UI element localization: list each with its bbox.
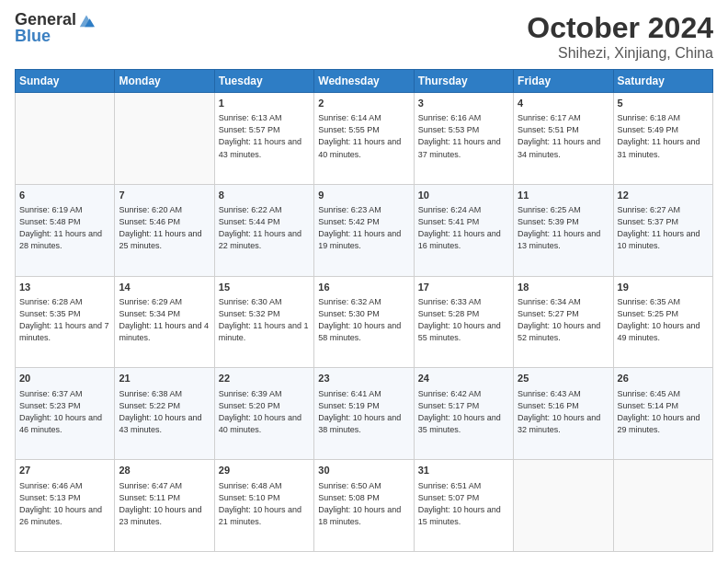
day-info: Sunrise: 6:32 AM Sunset: 5:30 PM Dayligh… xyxy=(318,296,409,344)
calendar-cell: 24Sunrise: 6:42 AM Sunset: 5:17 PM Dayli… xyxy=(414,368,513,460)
calendar-week-row: 20Sunrise: 6:37 AM Sunset: 5:23 PM Dayli… xyxy=(16,368,713,460)
day-info: Sunrise: 6:27 AM Sunset: 5:37 PM Dayligh… xyxy=(618,204,709,252)
calendar-cell: 17Sunrise: 6:33 AM Sunset: 5:28 PM Dayli… xyxy=(414,276,513,368)
calendar-cell: 29Sunrise: 6:48 AM Sunset: 5:10 PM Dayli… xyxy=(214,460,313,552)
calendar-cell: 3Sunrise: 6:16 AM Sunset: 5:53 PM Daylig… xyxy=(414,93,513,185)
day-number: 12 xyxy=(618,189,709,202)
day-info: Sunrise: 6:43 AM Sunset: 5:16 PM Dayligh… xyxy=(518,388,609,436)
day-number: 18 xyxy=(518,281,609,294)
day-info: Sunrise: 6:47 AM Sunset: 5:11 PM Dayligh… xyxy=(119,480,210,528)
day-info: Sunrise: 6:23 AM Sunset: 5:42 PM Dayligh… xyxy=(318,204,409,252)
subtitle: Shihezi, Xinjiang, China xyxy=(527,45,713,62)
calendar-cell: 4Sunrise: 6:17 AM Sunset: 5:51 PM Daylig… xyxy=(514,93,613,185)
day-number: 27 xyxy=(19,464,110,477)
day-info: Sunrise: 6:29 AM Sunset: 5:34 PM Dayligh… xyxy=(119,296,210,344)
title-section: October 2024 Shihezi, Xinjiang, China xyxy=(527,11,713,62)
calendar-header-monday: Monday xyxy=(115,70,214,93)
day-info: Sunrise: 6:33 AM Sunset: 5:28 PM Dayligh… xyxy=(418,296,509,344)
day-number: 2 xyxy=(318,97,409,110)
day-number: 1 xyxy=(219,97,310,110)
calendar-header-tuesday: Tuesday xyxy=(214,70,313,93)
calendar-cell: 25Sunrise: 6:43 AM Sunset: 5:16 PM Dayli… xyxy=(514,368,613,460)
calendar-cell: 18Sunrise: 6:34 AM Sunset: 5:27 PM Dayli… xyxy=(514,276,613,368)
day-number: 14 xyxy=(119,281,210,294)
day-number: 25 xyxy=(518,372,609,385)
calendar-cell: 20Sunrise: 6:37 AM Sunset: 5:23 PM Dayli… xyxy=(16,368,115,460)
day-info: Sunrise: 6:18 AM Sunset: 5:49 PM Dayligh… xyxy=(618,112,709,160)
calendar-cell: 11Sunrise: 6:25 AM Sunset: 5:39 PM Dayli… xyxy=(514,184,613,276)
day-number: 22 xyxy=(219,372,310,385)
calendar-cell: 10Sunrise: 6:24 AM Sunset: 5:41 PM Dayli… xyxy=(414,184,513,276)
day-info: Sunrise: 6:19 AM Sunset: 5:48 PM Dayligh… xyxy=(19,204,110,252)
day-number: 10 xyxy=(418,189,509,202)
day-info: Sunrise: 6:14 AM Sunset: 5:55 PM Dayligh… xyxy=(318,112,409,160)
day-number: 17 xyxy=(418,281,509,294)
day-number: 15 xyxy=(219,281,310,294)
day-info: Sunrise: 6:25 AM Sunset: 5:39 PM Dayligh… xyxy=(518,204,609,252)
day-info: Sunrise: 6:42 AM Sunset: 5:17 PM Dayligh… xyxy=(418,388,509,436)
day-info: Sunrise: 6:37 AM Sunset: 5:23 PM Dayligh… xyxy=(19,388,110,436)
calendar-cell: 23Sunrise: 6:41 AM Sunset: 5:19 PM Dayli… xyxy=(314,368,414,460)
calendar-cell xyxy=(613,460,712,552)
header: General Blue October 2024 Shihezi, Xinji… xyxy=(15,11,713,62)
calendar-cell: 12Sunrise: 6:27 AM Sunset: 5:37 PM Dayli… xyxy=(613,184,712,276)
day-number: 23 xyxy=(318,372,409,385)
calendar-cell: 6Sunrise: 6:19 AM Sunset: 5:48 PM Daylig… xyxy=(16,184,115,276)
calendar-cell: 1Sunrise: 6:13 AM Sunset: 5:57 PM Daylig… xyxy=(214,93,313,185)
calendar-cell: 22Sunrise: 6:39 AM Sunset: 5:20 PM Dayli… xyxy=(214,368,313,460)
calendar-cell xyxy=(115,93,214,185)
calendar-header-wednesday: Wednesday xyxy=(314,70,414,93)
calendar-week-row: 6Sunrise: 6:19 AM Sunset: 5:48 PM Daylig… xyxy=(16,184,713,276)
day-info: Sunrise: 6:35 AM Sunset: 5:25 PM Dayligh… xyxy=(618,296,709,344)
day-info: Sunrise: 6:46 AM Sunset: 5:13 PM Dayligh… xyxy=(19,480,110,528)
calendar-cell: 28Sunrise: 6:47 AM Sunset: 5:11 PM Dayli… xyxy=(115,460,214,552)
day-info: Sunrise: 6:24 AM Sunset: 5:41 PM Dayligh… xyxy=(418,204,509,252)
calendar-cell: 14Sunrise: 6:29 AM Sunset: 5:34 PM Dayli… xyxy=(115,276,214,368)
page: General Blue October 2024 Shihezi, Xinji… xyxy=(0,0,728,563)
logo-blue-text: Blue xyxy=(15,28,95,46)
day-info: Sunrise: 6:22 AM Sunset: 5:44 PM Dayligh… xyxy=(219,204,310,252)
calendar-cell: 31Sunrise: 6:51 AM Sunset: 5:07 PM Dayli… xyxy=(414,460,513,552)
calendar-cell: 8Sunrise: 6:22 AM Sunset: 5:44 PM Daylig… xyxy=(214,184,313,276)
logo: General Blue xyxy=(15,11,95,46)
calendar-cell: 13Sunrise: 6:28 AM Sunset: 5:35 PM Dayli… xyxy=(16,276,115,368)
calendar-header-friday: Friday xyxy=(514,70,613,93)
calendar-cell: 2Sunrise: 6:14 AM Sunset: 5:55 PM Daylig… xyxy=(314,93,414,185)
day-number: 4 xyxy=(518,97,609,110)
day-number: 30 xyxy=(318,464,409,477)
calendar-cell: 26Sunrise: 6:45 AM Sunset: 5:14 PM Dayli… xyxy=(613,368,712,460)
day-number: 31 xyxy=(418,464,509,477)
day-info: Sunrise: 6:30 AM Sunset: 5:32 PM Dayligh… xyxy=(219,296,310,344)
day-info: Sunrise: 6:39 AM Sunset: 5:20 PM Dayligh… xyxy=(219,388,310,436)
day-number: 20 xyxy=(19,372,110,385)
calendar-week-row: 1Sunrise: 6:13 AM Sunset: 5:57 PM Daylig… xyxy=(16,93,713,185)
day-number: 7 xyxy=(119,189,210,202)
day-number: 16 xyxy=(318,281,409,294)
day-number: 19 xyxy=(618,281,709,294)
day-info: Sunrise: 6:51 AM Sunset: 5:07 PM Dayligh… xyxy=(418,480,509,528)
calendar-cell: 15Sunrise: 6:30 AM Sunset: 5:32 PM Dayli… xyxy=(214,276,313,368)
calendar-header-row: SundayMondayTuesdayWednesdayThursdayFrid… xyxy=(16,70,713,93)
day-number: 5 xyxy=(618,97,709,110)
day-number: 9 xyxy=(318,189,409,202)
day-number: 24 xyxy=(418,372,509,385)
calendar-header-thursday: Thursday xyxy=(414,70,513,93)
calendar-cell: 5Sunrise: 6:18 AM Sunset: 5:49 PM Daylig… xyxy=(613,93,712,185)
day-number: 3 xyxy=(418,97,509,110)
day-info: Sunrise: 6:13 AM Sunset: 5:57 PM Dayligh… xyxy=(219,112,310,160)
logo-icon xyxy=(78,12,95,29)
calendar-table: SundayMondayTuesdayWednesdayThursdayFrid… xyxy=(15,69,713,552)
day-info: Sunrise: 6:20 AM Sunset: 5:46 PM Dayligh… xyxy=(119,204,210,252)
day-info: Sunrise: 6:28 AM Sunset: 5:35 PM Dayligh… xyxy=(19,296,110,344)
calendar-cell xyxy=(514,460,613,552)
calendar-cell: 30Sunrise: 6:50 AM Sunset: 5:08 PM Dayli… xyxy=(314,460,414,552)
day-number: 29 xyxy=(219,464,310,477)
calendar-cell: 19Sunrise: 6:35 AM Sunset: 5:25 PM Dayli… xyxy=(613,276,712,368)
calendar-cell: 21Sunrise: 6:38 AM Sunset: 5:22 PM Dayli… xyxy=(115,368,214,460)
calendar-cell xyxy=(16,93,115,185)
main-title: October 2024 xyxy=(527,11,713,45)
day-number: 6 xyxy=(19,189,110,202)
calendar-header-sunday: Sunday xyxy=(16,70,115,93)
day-info: Sunrise: 6:38 AM Sunset: 5:22 PM Dayligh… xyxy=(119,388,210,436)
day-info: Sunrise: 6:16 AM Sunset: 5:53 PM Dayligh… xyxy=(418,112,509,160)
